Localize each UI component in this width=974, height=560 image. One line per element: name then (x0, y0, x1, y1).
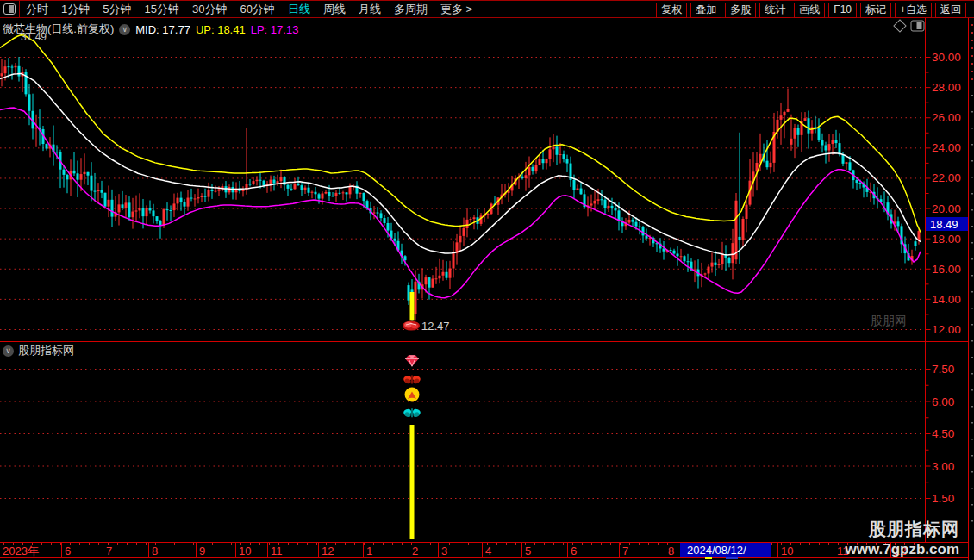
chart-canvas[interactable]: 12.4730.0028.0026.0024.0022.0020.0018.00… (0, 0, 974, 560)
butterfly-cyan-icon (403, 408, 421, 417)
site-watermark-url: www.7gpzb.com (845, 541, 959, 558)
butterfly-red-icon (403, 375, 421, 384)
svg-text:7.50: 7.50 (932, 363, 954, 376)
toolbar-button-biaoji[interactable]: 标记 (860, 3, 891, 18)
svg-text:20.00: 20.00 (932, 202, 961, 215)
selected-date-box: 2024/08/12/— (680, 543, 771, 557)
toolbar-buttons: 复权叠加多股统计画线F10标记+自选返回 (656, 2, 966, 18)
indicator-signals (403, 355, 421, 539)
toolbar-button-f10[interactable]: F10 (828, 3, 857, 18)
svg-text:18.00: 18.00 (932, 233, 961, 246)
site-watermark-name: 股朋指标网 (845, 518, 959, 541)
top-toolbar: 分时1分钟5分钟15分钟30分钟60分钟日线周线月线多周期更多 > 复权叠加多股… (0, 0, 974, 18)
toolbar-button-zixuan[interactable]: +自选 (895, 3, 932, 18)
period-tab-3[interactable]: 15分钟 (144, 1, 178, 18)
chart-title-row: 微芯生物(日线.前复权) MID: 17.77 UP: 18.41 LP: 17… (3, 22, 298, 37)
signal-bar (410, 425, 415, 539)
indicator-header: 股朋指标网 (3, 343, 74, 358)
svg-text:12: 12 (322, 544, 334, 557)
pane-corner-icons[interactable] (894, 20, 924, 32)
window-edge-strip (971, 24, 973, 522)
period-tab-4[interactable]: 30分钟 (192, 1, 227, 18)
svg-text:8: 8 (152, 544, 158, 557)
period-menu: 分时1分钟5分钟15分钟30分钟60分钟日线周线月线多周期更多 > (26, 1, 472, 18)
rose-icon (403, 321, 420, 331)
axis-fragment (705, 557, 712, 559)
period-tab-9[interactable]: 多周期 (394, 1, 428, 18)
axis-fragment (726, 557, 738, 559)
svg-text:1.50: 1.50 (932, 492, 954, 505)
svg-text:14.00: 14.00 (932, 293, 961, 306)
svg-text:3.00: 3.00 (932, 460, 954, 473)
svg-text:28.00: 28.00 (932, 81, 961, 94)
toolbar-button-tongji[interactable]: 统计 (759, 3, 790, 18)
period-tab-7[interactable]: 周线 (323, 1, 346, 18)
svg-text:2023年: 2023年 (3, 544, 39, 557)
date-axis[interactable]: 2023年678910111212345678101112 (3, 543, 915, 557)
collapse-chevron-icon[interactable] (3, 345, 14, 357)
lp-value: LP: 17.13 (251, 23, 299, 36)
toolbar-button-huaxian[interactable]: 画线 (794, 3, 825, 18)
panel-toggle-button[interactable] (0, 1, 20, 18)
svg-text:6: 6 (571, 544, 577, 557)
sidebar-toggle-icon (3, 3, 16, 15)
svg-text:8: 8 (668, 544, 674, 557)
period-tab-2[interactable]: 5分钟 (103, 1, 131, 18)
sun-icon (405, 388, 420, 402)
svg-text:10: 10 (239, 544, 251, 557)
svg-text:12.00: 12.00 (932, 323, 961, 336)
pane-borders (0, 0, 969, 560)
svg-text:6.00: 6.00 (932, 395, 954, 408)
svg-text:6: 6 (65, 544, 71, 557)
svg-text:7: 7 (622, 544, 628, 557)
last-price-box: 18.49 (926, 217, 968, 231)
period-tab-5[interactable]: 60分钟 (240, 1, 274, 18)
svg-text:3: 3 (441, 544, 447, 557)
svg-text:2024/08/12/—: 2024/08/12/— (687, 544, 758, 557)
svg-text:5: 5 (525, 544, 531, 557)
candles-up (1, 59, 921, 320)
svg-text:4: 4 (485, 544, 491, 557)
trading-app-window: 分时1分钟5分钟15分钟30分钟60分钟日线周线月线多周期更多 > 复权叠加多股… (0, 0, 974, 560)
toolbar-button-duogu[interactable]: 多股 (725, 3, 756, 18)
up-value: UP: 18.41 (196, 23, 246, 36)
period-tab-8[interactable]: 月线 (359, 1, 381, 18)
svg-text:1: 1 (366, 544, 372, 557)
toolbar-button-fanhui[interactable]: 返回 (935, 3, 966, 18)
indicator-axis[interactable]: 7.506.004.503.001.50 (926, 363, 955, 505)
svg-text:10: 10 (781, 544, 793, 557)
period-tab-1[interactable]: 1分钟 (61, 1, 90, 18)
period-high-label: 31.49 (21, 31, 47, 43)
price-axis[interactable]: 30.0028.0026.0024.0022.0020.0018.0016.00… (926, 51, 961, 336)
svg-text:26.00: 26.00 (932, 111, 961, 124)
svg-text:22.00: 22.00 (932, 171, 961, 184)
collapse-chevron-icon[interactable] (119, 24, 130, 35)
toolbar-button-diejia[interactable]: 叠加 (690, 3, 721, 18)
chart-watermark: 股朋网 (871, 314, 907, 329)
svg-text:16.00: 16.00 (932, 263, 961, 276)
period-tab-6[interactable]: 日线 (288, 1, 310, 18)
period-tab-0[interactable]: 分时 (26, 1, 48, 18)
gridlines (0, 58, 924, 499)
svg-text:9: 9 (199, 544, 205, 557)
toolbar-button-fuquan[interactable]: 复权 (656, 3, 687, 18)
site-watermark: 股朋指标网 www.7gpzb.com (845, 518, 959, 558)
svg-text:18.49: 18.49 (930, 218, 958, 231)
svg-text:11: 11 (271, 544, 283, 557)
signal-price-label: 12.47 (421, 320, 450, 333)
indicator-title: 股朋指标网 (18, 343, 74, 358)
period-tab-10[interactable]: 更多 > (440, 1, 472, 18)
svg-text:2: 2 (412, 544, 418, 557)
svg-text:4.50: 4.50 (932, 427, 954, 440)
mid-value: MID: 17.77 (135, 23, 190, 36)
up-band-line (0, 35, 921, 233)
svg-text:24.00: 24.00 (932, 141, 961, 154)
svg-text:7: 7 (106, 544, 112, 557)
svg-text:30.00: 30.00 (932, 51, 961, 64)
stock-title: 微芯生物(日线.前复权) (3, 22, 114, 37)
gem-icon (405, 355, 419, 366)
